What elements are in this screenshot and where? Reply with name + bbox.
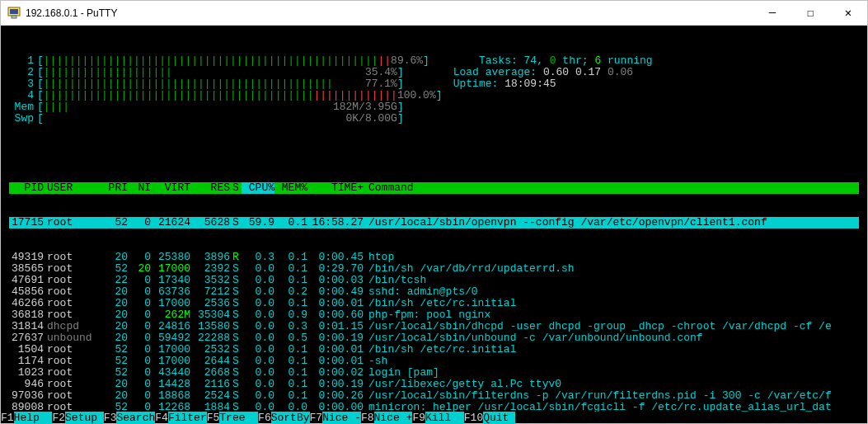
process-row[interactable]: 36818root200262M35304S0.00.90:00.60php-f… [9, 309, 859, 321]
cpu-meter-3: 3[||||||||||||||||||||||||||||||||||||||… [9, 78, 859, 90]
process-row[interactable]: 1023root520434402668S0.00.10:00.02login … [9, 367, 859, 379]
process-row[interactable]: 47691root220173403532S0.00.10:00.03/bin/… [9, 275, 859, 286]
putty-icon [7, 7, 21, 20]
fkey-f8[interactable]: F8Nice + [361, 412, 412, 423]
process-row[interactable]: 31814dhcpd2002481613580S0.00.30:01.15/us… [9, 321, 859, 332]
function-key-bar: F1Help F2Setup F3SearchF4FilterF5Tree F6… [1, 412, 867, 423]
terminal[interactable]: 1[||||||||||||||||||||||||||||||||||||||… [1, 26, 867, 423]
process-row-selected[interactable]: 17715 root 52 0 21624 5628 S 59.9 0.1 16… [9, 217, 859, 228]
process-row[interactable]: 49319root200253803896R0.30.10:00.45htop [9, 252, 859, 263]
col-time[interactable]: TIME+ [307, 182, 364, 194]
window-controls: ─ ☐ ✕ [753, 1, 867, 25]
col-pri[interactable]: PRI [101, 182, 128, 194]
fkey-f3[interactable]: F3Search [104, 412, 155, 423]
process-row[interactable]: 27637unbound2005949222288S0.00.50:00.19/… [9, 332, 859, 344]
col-res[interactable]: RES [190, 182, 230, 194]
column-header[interactable]: PID USER PRI NI VIRT RES S CPU% MEM% TIM… [9, 182, 859, 194]
col-mem[interactable]: MEM% [274, 182, 307, 194]
col-pid[interactable]: PID [9, 182, 44, 194]
fkey-f5[interactable]: F5Tree [207, 412, 258, 423]
minimize-button[interactable]: ─ [753, 1, 791, 25]
col-ni[interactable]: NI [128, 182, 151, 194]
col-virt[interactable]: VIRT [151, 182, 190, 194]
process-row[interactable]: 1504root520170002532S0.00.10:00.01/bin/s… [9, 344, 859, 356]
process-row[interactable]: 1174root520170002644S0.00.10:00.01-sh [9, 356, 859, 367]
fkey-f4[interactable]: F4Filter [155, 412, 206, 423]
col-cmd[interactable]: Command [364, 182, 859, 194]
close-button[interactable]: ✕ [829, 1, 867, 25]
process-row[interactable]: 46266root200170002536S0.00.10:00.01/bin/… [9, 298, 859, 309]
svg-rect-1 [10, 9, 18, 14]
fkey-f1[interactable]: F1Help [1, 412, 52, 423]
cpu-meter-1: 1[||||||||||||||||||||||||||||||||||||||… [9, 55, 859, 67]
cpu-meter-2: 2[|||||||||||||||||||| 35.4%]Load averag… [9, 67, 859, 78]
col-user[interactable]: USER [44, 182, 101, 194]
process-row[interactable]: 97036root200188682524S0.00.10:00.26/usr/… [9, 390, 859, 402]
mem-meter: Mem[|||| 182M/3.95G] [9, 101, 859, 113]
fkey-f7[interactable]: F7Nice - [310, 412, 361, 423]
window-title: 192.168.0.1 - PuTTY [26, 7, 753, 19]
process-row[interactable]: 45856root200637367212S0.00.20:00.49sshd:… [9, 286, 859, 298]
swp-meter: Swp[ 0K/8.00G] [9, 113, 859, 125]
fkey-f9[interactable]: F9Kill [412, 412, 463, 423]
maximize-button[interactable]: ☐ [791, 1, 829, 25]
process-row[interactable]: 946root200144282116S0.00.10:00.19/usr/li… [9, 379, 859, 390]
fkey-f10[interactable]: F10Quit [464, 412, 515, 423]
putty-window: 192.168.0.1 - PuTTY ─ ☐ ✕ 1[||||||||||||… [0, 0, 868, 424]
fkey-f6[interactable]: F6SortBy [258, 412, 309, 423]
svg-rect-2 [12, 16, 16, 18]
cpu-meter-4: 4[||||||||||||||||||||||||||||||||||||||… [9, 90, 859, 101]
col-s[interactable]: S [230, 182, 242, 194]
col-cpu[interactable]: CPU% [242, 182, 274, 194]
process-row[interactable]: 38565root5220170002392S0.00.10:29.70/bin… [9, 263, 859, 275]
fkey-f2[interactable]: F2Setup [52, 412, 103, 423]
titlebar[interactable]: 192.168.0.1 - PuTTY ─ ☐ ✕ [1, 1, 867, 26]
